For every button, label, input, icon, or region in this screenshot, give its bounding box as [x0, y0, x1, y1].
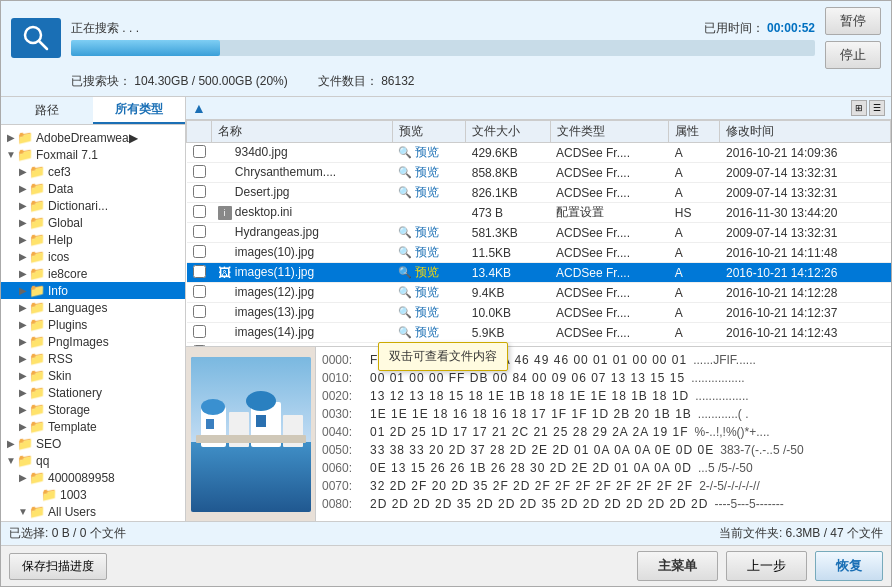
sidebar-item-plugins[interactable]: ▶📁Plugins: [1, 316, 185, 333]
sidebar-item-dictionaries[interactable]: ▶📁Dictionari...: [1, 197, 185, 214]
sidebar-item-skin[interactable]: ▶📁Skin: [1, 367, 185, 384]
sidebar-item-1003[interactable]: 📁1003: [1, 486, 185, 503]
file-preview[interactable]: 🔍 预览: [392, 163, 466, 183]
sidebar-item-4000089958[interactable]: ▶📁4000089958: [1, 469, 185, 486]
sidebar-item-icos[interactable]: ▶📁icos: [1, 248, 185, 265]
file-preview[interactable]: 🔍 预览: [392, 183, 466, 203]
file-preview[interactable]: [392, 203, 466, 223]
sidebar-item-data[interactable]: ▶📁Data: [1, 180, 185, 197]
restore-button[interactable]: 恢复: [815, 551, 883, 581]
sidebar-item-rss[interactable]: ▶📁RSS: [1, 350, 185, 367]
sidebar-item-help[interactable]: ▶📁Help: [1, 231, 185, 248]
view-btn-list[interactable]: ☰: [869, 100, 885, 116]
file-preview[interactable]: 🔍 预览: [392, 303, 466, 323]
col-modified[interactable]: 修改时间: [720, 121, 891, 143]
file-checkbox[interactable]: [193, 145, 206, 158]
sidebar-item-stationery[interactable]: ▶📁Stationery: [1, 384, 185, 401]
preview-link[interactable]: 预览: [415, 185, 439, 199]
table-row[interactable]: 🖼 Desert.jpg🔍 预览826.1KBACDSee Fr....A200…: [187, 183, 891, 203]
table-row[interactable]: 🖼 Hydrangeas.jpg🔍 预览581.3KBACDSee Fr....…: [187, 223, 891, 243]
tree-expander: ▶: [17, 336, 29, 347]
table-row[interactable]: 🖼 images(10).jpg🔍 预览11.5KBACDSee Fr....A…: [187, 243, 891, 263]
hex-row: 0050:33 38 33 20 2D 37 28 2D 2E 2D 01 0A…: [322, 441, 885, 459]
search-status-text: 正在搜索 . . . 已用时间： 00:00:52: [71, 20, 815, 37]
sidebar-item-qq[interactable]: ▼📁qq: [1, 452, 185, 469]
table-row[interactable]: i desktop.ini473 B配置设置HS2016-11-30 13:44…: [187, 203, 891, 223]
preview-link[interactable]: 预览: [415, 305, 439, 319]
file-modified: 2009-07-14 13:32:31: [720, 163, 891, 183]
tree-expander: ▼: [17, 506, 29, 517]
col-name[interactable]: 名称: [212, 121, 393, 143]
preview-link[interactable]: 预览: [415, 245, 439, 259]
file-checkbox[interactable]: [193, 225, 206, 238]
table-row[interactable]: 🖼 934d0.jpg🔍 预览429.6KBACDSee Fr....A2016…: [187, 143, 891, 163]
file-preview[interactable]: 🔍 预览: [392, 243, 466, 263]
tab-all-types[interactable]: 所有类型: [93, 97, 185, 124]
main-menu-button[interactable]: 主菜单: [637, 551, 718, 581]
pause-button[interactable]: 暂停: [825, 7, 881, 35]
image-icon: 🖼: [218, 286, 232, 300]
tree-item-label: Storage: [48, 403, 90, 417]
sidebar-tree[interactable]: ▶📁AdobeDreamwea▶▼📁Foxmail 7.1▶📁cef3▶📁Dat…: [1, 125, 185, 521]
tree-item-label: Data: [48, 182, 73, 196]
file-checkbox[interactable]: [193, 265, 206, 278]
sidebar-item-languages[interactable]: ▶📁Languages: [1, 299, 185, 316]
sidebar-item-pngimages[interactable]: ▶📁PngImages: [1, 333, 185, 350]
file-preview[interactable]: 🔍 预览: [392, 263, 466, 283]
sort-up-arrow[interactable]: ▲: [192, 100, 206, 116]
col-type[interactable]: 文件类型: [550, 121, 669, 143]
save-scan-button[interactable]: 保存扫描进度: [9, 553, 107, 580]
image-icon: 🖼: [218, 186, 232, 200]
col-attr[interactable]: 属性: [669, 121, 720, 143]
sidebar-item-info[interactable]: ▶📁Info: [1, 282, 185, 299]
file-preview[interactable]: 🔍 预览: [392, 223, 466, 243]
folder-icon: 📁: [17, 147, 33, 162]
file-attr: A: [669, 283, 720, 303]
sidebar-item-global[interactable]: ▶📁Global: [1, 214, 185, 231]
sidebar-item-foxmail71[interactable]: ▼📁Foxmail 7.1: [1, 146, 185, 163]
view-btn-large[interactable]: ⊞: [851, 100, 867, 116]
file-attr: A: [669, 323, 720, 343]
stop-button[interactable]: 停止: [825, 41, 881, 69]
file-preview[interactable]: 🔍 预览: [392, 143, 466, 163]
sidebar-item-ie8core[interactable]: ▶📁ie8core: [1, 265, 185, 282]
preview-link[interactable]: 预览: [415, 225, 439, 239]
file-checkbox[interactable]: [193, 185, 206, 198]
file-modified: 2009-07-14 13:32:31: [720, 183, 891, 203]
file-preview[interactable]: 🔍 预览: [392, 283, 466, 303]
preview-link[interactable]: 预览: [415, 325, 439, 339]
preview-link[interactable]: 预览: [415, 145, 439, 159]
table-row[interactable]: 🖼 Chrysanthemum....🔍 预览858.8KBACDSee Fr.…: [187, 163, 891, 183]
preview-link[interactable]: 预览: [415, 285, 439, 299]
file-checkbox[interactable]: [193, 285, 206, 298]
progress-bar-inner: [71, 40, 220, 56]
folder-icon: 📁: [29, 334, 45, 349]
magnify-icon: 🔍: [398, 286, 412, 298]
table-row[interactable]: 🖼 images(13).jpg🔍 预览10.0KBACDSee Fr....A…: [187, 303, 891, 323]
col-preview[interactable]: 预览: [392, 121, 466, 143]
file-checkbox[interactable]: [193, 305, 206, 318]
tree-item-label: Global: [48, 216, 83, 230]
folder-icon: 📁: [17, 130, 33, 145]
file-checkbox[interactable]: [193, 325, 206, 338]
sidebar-item-storage[interactable]: ▶📁Storage: [1, 401, 185, 418]
preview-link[interactable]: 预览: [415, 265, 439, 279]
sidebar-item-template[interactable]: ▶📁Template: [1, 418, 185, 435]
sidebar-item-seo[interactable]: ▶📁SEO: [1, 435, 185, 452]
prev-step-button[interactable]: 上一步: [726, 551, 807, 581]
sidebar-item-adobedreamwea[interactable]: ▶📁AdobeDreamwea▶: [1, 129, 185, 146]
file-checkbox[interactable]: [193, 205, 206, 218]
table-row[interactable]: 🖼 images(12).jpg🔍 预览9.4KBACDSee Fr....A2…: [187, 283, 891, 303]
file-name: i desktop.ini: [212, 203, 393, 223]
file-list-container[interactable]: 名称 预览 文件大小 文件类型 属性 修改时间 🖼 934d0.jpg🔍 预览4…: [186, 120, 891, 346]
sidebar-item-allusers[interactable]: ▼📁All Users: [1, 503, 185, 520]
table-row[interactable]: 🖼 images(14).jpg🔍 预览5.9KBACDSee Fr....A2…: [187, 323, 891, 343]
file-preview[interactable]: 🔍 预览: [392, 323, 466, 343]
file-checkbox[interactable]: [193, 165, 206, 178]
file-checkbox[interactable]: [193, 245, 206, 258]
tab-path[interactable]: 路径: [1, 97, 93, 124]
preview-link[interactable]: 预览: [415, 165, 439, 179]
table-row[interactable]: 🖼 images(11).jpg🔍 预览13.4KBACDSee Fr....A…: [187, 263, 891, 283]
col-size[interactable]: 文件大小: [466, 121, 550, 143]
sidebar-item-cef3[interactable]: ▶📁cef3: [1, 163, 185, 180]
